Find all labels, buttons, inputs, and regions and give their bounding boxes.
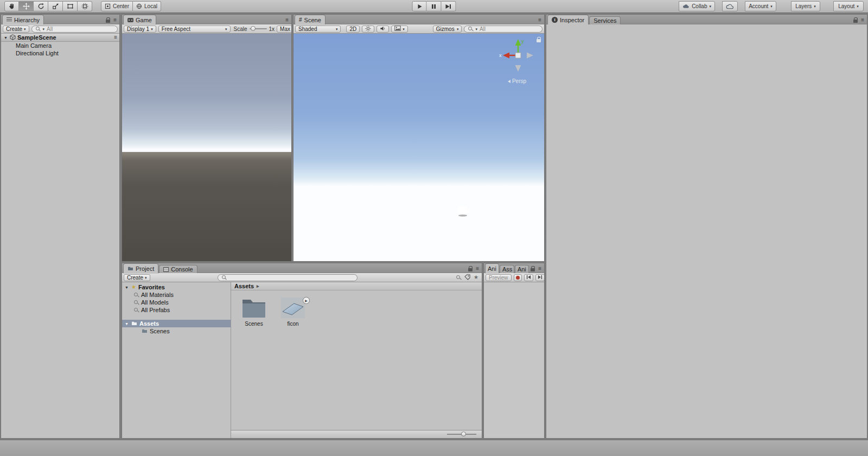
pivot-toggle-button[interactable]: Center xyxy=(101,1,133,11)
scale-slider-knob[interactable] xyxy=(251,26,256,31)
main-camera-gizmo[interactable] xyxy=(456,205,470,218)
scene-viewport[interactable]: y x Persp xyxy=(293,34,544,261)
foldout-open-icon[interactable]: ▼ xyxy=(3,36,8,40)
hierarchy-create-label: Create xyxy=(6,26,22,32)
hierarchy-item-main-camera[interactable]: Main Camera xyxy=(1,42,119,49)
scene-tabbar: # Scene ≡ xyxy=(293,15,544,24)
lock-icon[interactable] xyxy=(468,266,473,271)
lock-icon[interactable] xyxy=(853,17,858,23)
foldout-open-icon[interactable]: ▼ xyxy=(124,286,129,289)
rotate-tool-button[interactable] xyxy=(34,1,48,11)
display-dropdown[interactable]: Display 1 ▾ xyxy=(124,26,156,33)
panel-menu-icon[interactable]: ≡ xyxy=(113,17,117,23)
tab-console-label: Console xyxy=(171,266,193,273)
search-by-label-icon[interactable] xyxy=(464,274,470,281)
preview-button[interactable]: Preview xyxy=(486,274,512,281)
inspector-tabbar: Inspector Services ≡ xyxy=(546,15,867,24)
panel-menu-icon[interactable]: ≡ xyxy=(538,17,541,23)
search-icon xyxy=(468,27,473,31)
maximize-on-play-button[interactable]: Max xyxy=(277,26,292,33)
transform-tool-button[interactable] xyxy=(78,1,92,11)
gizmos-dropdown[interactable]: Gizmos ▾ xyxy=(433,26,462,33)
tree-row-all-materials[interactable]: All Materials xyxy=(122,291,231,299)
axis-down-cone xyxy=(515,65,521,72)
play-icon xyxy=(417,4,422,9)
thumbnail-size-knob[interactable] xyxy=(461,432,466,436)
tab-inspector[interactable]: Inspector xyxy=(547,15,589,24)
rect-tool-button[interactable] xyxy=(63,1,78,11)
tab-console[interactable]: Console xyxy=(159,265,197,273)
inspector-body xyxy=(546,24,867,438)
2d-label: 2D xyxy=(349,26,356,32)
tree-row-scenes[interactable]: Scenes xyxy=(122,327,231,335)
tree-row-all-models[interactable]: All Models xyxy=(122,299,231,306)
asset-expand-badge[interactable]: ▶ xyxy=(303,297,310,304)
panel-menu-icon[interactable]: ≡ xyxy=(538,266,541,271)
display-label: Display 1 xyxy=(127,26,149,32)
hierarchy-create-button[interactable]: Create ▾ xyxy=(3,26,29,33)
scene-search-placeholder: All xyxy=(480,26,486,32)
scene-lighting-toggle[interactable] xyxy=(362,26,374,33)
layout-dropdown[interactable]: Layout ▾ xyxy=(833,1,864,11)
first-key-button[interactable] xyxy=(524,274,533,281)
tab-animation[interactable]: Ani xyxy=(485,263,499,273)
layers-dropdown[interactable]: Layers ▾ xyxy=(791,1,820,11)
tab-game[interactable]: Game xyxy=(123,15,156,24)
project-search-input[interactable] xyxy=(218,274,358,281)
orientation-gizmo[interactable]: y x xyxy=(499,36,538,76)
folder-icon xyxy=(131,320,137,327)
tree-row-favorites[interactable]: ▼ ★ Favorites xyxy=(122,283,231,291)
saved-search-star-icon[interactable]: ★ xyxy=(474,275,478,280)
scene-effects-dropdown[interactable]: ▾ xyxy=(391,26,408,33)
play-button[interactable] xyxy=(412,1,427,11)
projection-mode-button[interactable]: Persp xyxy=(497,78,537,84)
project-create-button[interactable]: Create ▾ xyxy=(124,274,150,281)
hand-tool-button[interactable] xyxy=(4,1,19,11)
aspect-dropdown[interactable]: Free Aspect ▾ xyxy=(158,26,231,33)
assets-grid[interactable]: Scenes xyxy=(231,290,482,430)
scene-context-menu-icon[interactable]: ≡ xyxy=(114,35,117,40)
search-by-type-icon[interactable] xyxy=(456,275,461,280)
sun-icon xyxy=(365,26,371,33)
scene-search-input[interactable]: ▾ All xyxy=(464,26,542,33)
hierarchy-item-directional-light[interactable]: Directional Light xyxy=(1,49,119,57)
tab-services[interactable]: Services xyxy=(589,16,621,24)
asset-item-scenes[interactable]: Scenes xyxy=(239,297,269,327)
scale-slider[interactable] xyxy=(250,28,267,29)
tab-asset-store[interactable]: Ass xyxy=(500,265,514,273)
scene-lock-icon[interactable] xyxy=(536,37,541,42)
hierarchy-scene-row[interactable]: ▼ SampleScene ≡ xyxy=(1,34,119,42)
record-icon xyxy=(516,276,520,280)
tab-animator[interactable]: Ani xyxy=(515,265,529,273)
tab-hierarchy[interactable]: Hierarchy xyxy=(2,15,44,24)
tab-project[interactable]: Project xyxy=(123,263,158,273)
thumbnail-size-slider[interactable] xyxy=(447,434,476,435)
move-tool-button[interactable] xyxy=(19,1,34,11)
cloud-button[interactable] xyxy=(722,1,738,11)
tree-row-assets[interactable]: ▼ Assets xyxy=(122,320,231,327)
space-toggle-button[interactable]: Local xyxy=(133,1,161,11)
panel-menu-icon[interactable]: ≡ xyxy=(861,17,864,23)
shading-mode-dropdown[interactable]: Shaded ▾ xyxy=(295,26,341,33)
tree-row-all-prefabs[interactable]: All Prefabs xyxy=(122,306,231,314)
panel-menu-icon[interactable]: ≡ xyxy=(285,17,289,23)
account-dropdown[interactable]: Account ▾ xyxy=(745,1,776,11)
lock-icon[interactable] xyxy=(530,266,535,271)
tab-scene[interactable]: # Scene xyxy=(295,15,326,24)
record-button[interactable] xyxy=(514,274,522,281)
pause-button[interactable] xyxy=(427,1,442,11)
toggle-2d-button[interactable]: 2D xyxy=(346,26,360,33)
last-key-button[interactable] xyxy=(535,274,545,281)
hierarchy-search-input[interactable]: ▾ All xyxy=(31,26,118,33)
collab-dropdown[interactable]: Collab ▾ xyxy=(679,1,715,11)
step-button[interactable] xyxy=(442,1,456,11)
breadcrumb[interactable]: Assets ▸ xyxy=(231,282,482,290)
game-viewport[interactable] xyxy=(122,34,291,261)
lock-icon[interactable] xyxy=(105,17,110,23)
asset-item-ficon[interactable]: ▶ ficon xyxy=(278,297,308,327)
scene-grid-icon: # xyxy=(299,17,302,23)
foldout-open-icon[interactable]: ▼ xyxy=(124,322,129,326)
panel-menu-icon[interactable]: ≡ xyxy=(476,266,479,271)
scene-audio-toggle[interactable] xyxy=(376,26,389,33)
scale-tool-button[interactable] xyxy=(48,1,63,11)
